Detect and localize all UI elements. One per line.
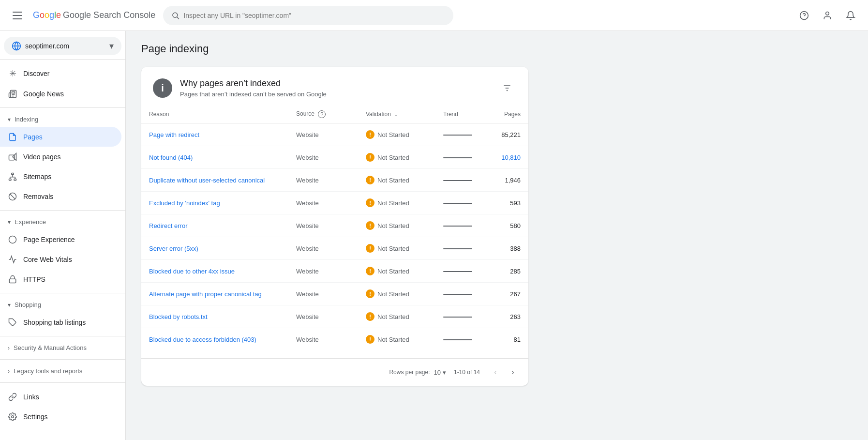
- trend-cell: [435, 305, 490, 328]
- sidebar-item-settings[interactable]: Settings: [0, 407, 121, 426]
- svg-point-0: [173, 13, 178, 17]
- account-button[interactable]: [818, 6, 837, 25]
- validation-status: Not Started: [377, 222, 409, 229]
- property-name: seoptimer.com: [25, 42, 105, 50]
- sidebar-divider-experience: [0, 210, 125, 211]
- rows-per-page-value: 10: [434, 369, 440, 376]
- validation-cell: ! Not Started: [358, 328, 435, 351]
- validation-cell: ! Not Started: [358, 192, 435, 214]
- card-title-block: Why pages aren’t indexed Pages that aren…: [180, 78, 327, 98]
- rows-per-page-select[interactable]: 10 ▾: [434, 369, 446, 376]
- validation-cell: ! Not Started: [358, 146, 435, 169]
- trend-cell: [435, 192, 490, 214]
- table-row[interactable]: Page with redirect Website ! Not Started…: [141, 123, 528, 146]
- sidebar-item-page-experience[interactable]: Page Experience: [0, 229, 121, 249]
- reason-cell: Blocked due to access forbidden (403): [141, 328, 288, 351]
- table-row[interactable]: Blocked due to access forbidden (403) We…: [141, 328, 528, 351]
- sidebar-item-core-web-vitals[interactable]: Core Web Vitals: [0, 249, 121, 269]
- svg-point-4: [826, 12, 829, 15]
- indexing-table: Reason Source ? Validation ↓ T: [141, 106, 528, 350]
- sidebar-item-pages[interactable]: Pages: [0, 127, 121, 147]
- chevron-down-icon-shopping: ▾: [8, 302, 11, 308]
- sidebar-label-page-experience: Page Experience: [23, 236, 75, 243]
- sidebar-section-security[interactable]: › Security & Manual Actions: [0, 340, 125, 355]
- validation-cell: ! Not Started: [358, 214, 435, 237]
- sidebar-item-sitemaps[interactable]: Sitemaps: [0, 167, 121, 186]
- account-icon: [823, 11, 832, 20]
- trend-cell: [435, 169, 490, 192]
- indexing-subitems: Pages Video pages: [0, 127, 125, 206]
- filter-button[interactable]: [497, 78, 517, 98]
- search-icon: [171, 11, 180, 20]
- table-row[interactable]: Server error (5xx) Website ! Not Started…: [141, 237, 528, 260]
- property-selector[interactable]: seoptimer.com ▾: [4, 37, 121, 55]
- table-row[interactable]: Redirect error Website ! Not Started 580: [141, 214, 528, 237]
- sidebar-item-removals[interactable]: Removals: [0, 186, 121, 206]
- rows-per-page: Rows per page: 10 ▾: [389, 369, 446, 376]
- pages-cell: 285: [490, 260, 528, 283]
- hamburger-icon: [13, 12, 22, 19]
- sidebar-label-google-news: Google News: [23, 90, 64, 98]
- sidebar: seoptimer.com ▾ ✳ Discover Google News ▾…: [0, 31, 126, 440]
- table-row[interactable]: Blocked due to other 4xx issue Website !…: [141, 260, 528, 283]
- sidebar-section-label-legacy: Legacy tools and reports: [14, 367, 82, 375]
- sidebar-item-discover[interactable]: ✳ Discover: [0, 63, 121, 84]
- source-help-icon[interactable]: ?: [318, 110, 326, 118]
- prev-page-button[interactable]: ‹: [488, 364, 503, 380]
- trend-cell: [435, 146, 490, 169]
- search-input[interactable]: [183, 12, 445, 19]
- search-bar[interactable]: [163, 6, 453, 25]
- table-row[interactable]: Alternate page with proper canonical tag…: [141, 283, 528, 305]
- info-icon: i: [153, 78, 172, 98]
- svg-rect-9: [12, 173, 14, 175]
- help-button[interactable]: [794, 6, 814, 25]
- table-row[interactable]: Duplicate without user-selected canonica…: [141, 169, 528, 192]
- card-header-left: i Why pages aren’t indexed Pages that ar…: [153, 78, 327, 98]
- sidebar-label-links: Links: [23, 393, 39, 401]
- sidebar-item-video-pages[interactable]: Video pages: [0, 147, 121, 167]
- validation-warning-icon: !: [366, 176, 374, 184]
- reason-cell: Redirect error: [141, 214, 288, 237]
- source-cell: Website: [288, 305, 358, 328]
- sidebar-item-https[interactable]: HTTPS: [0, 269, 121, 289]
- sidebar-section-shopping[interactable]: ▾ Shopping: [0, 297, 125, 312]
- sidebar-section-indexing[interactable]: ▾ Indexing: [0, 112, 125, 127]
- sidebar-section-legacy[interactable]: › Legacy tools and reports: [0, 364, 125, 379]
- validation-status: Not Started: [377, 177, 409, 184]
- globe-icon: [12, 41, 21, 51]
- next-page-button[interactable]: ›: [505, 364, 521, 380]
- rows-dropdown-icon: ▾: [443, 369, 446, 376]
- sitemap-icon: [8, 171, 17, 182]
- validation-status: Not Started: [377, 336, 409, 343]
- col-header-validation[interactable]: Validation ↓: [358, 106, 435, 123]
- sidebar-item-links[interactable]: Links: [0, 387, 121, 407]
- sidebar-divider-legacy: [0, 359, 125, 360]
- reason-cell: Blocked by robots.txt: [141, 305, 288, 328]
- pages-cell: 263: [490, 305, 528, 328]
- page-title: Page indexing: [141, 43, 853, 55]
- validation-cell: ! Not Started: [358, 237, 435, 260]
- menu-button[interactable]: [8, 6, 27, 25]
- sidebar-item-google-news[interactable]: Google News: [0, 84, 121, 104]
- table-row[interactable]: Not found (404) Website ! Not Started 10…: [141, 146, 528, 169]
- sidebar-item-shopping-tab-listings[interactable]: Shopping tab listings: [0, 312, 121, 332]
- sidebar-label-discover: Discover: [23, 70, 49, 77]
- pages-cell: 388: [490, 237, 528, 260]
- validation-status: Not Started: [377, 131, 409, 138]
- sidebar-label-shopping-tab-listings: Shopping tab listings: [23, 319, 86, 326]
- trend-line: [443, 180, 472, 181]
- sidebar-section-experience[interactable]: ▾ Experience: [0, 214, 125, 229]
- trend-cell: [435, 123, 490, 146]
- document-icon: [8, 132, 17, 142]
- validation-warning-icon: !: [366, 244, 374, 253]
- pages-cell: 1,946: [490, 169, 528, 192]
- table-row[interactable]: Blocked by robots.txt Website ! Not Star…: [141, 305, 528, 328]
- table-row[interactable]: Excluded by 'noindex' tag Website ! Not …: [141, 192, 528, 214]
- notifications-button[interactable]: [841, 6, 860, 25]
- table-body: Page with redirect Website ! Not Started…: [141, 123, 528, 351]
- trend-line: [443, 135, 472, 136]
- table-header-row: Reason Source ? Validation ↓ T: [141, 106, 528, 123]
- chevron-right-icon-security: ›: [8, 345, 10, 351]
- validation-status: Not Started: [377, 290, 409, 298]
- sidebar-label-core-web-vitals: Core Web Vitals: [23, 256, 72, 263]
